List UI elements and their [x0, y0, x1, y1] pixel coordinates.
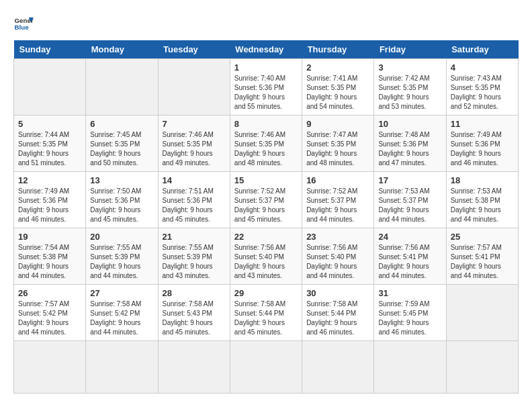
day-info: Sunrise: 7:48 AM Sunset: 5:36 PM Dayligh… [378, 130, 441, 168]
calendar-cell: 16Sunrise: 7:52 AM Sunset: 5:37 PM Dayli… [302, 172, 374, 228]
day-info: Sunrise: 7:58 AM Sunset: 5:44 PM Dayligh… [234, 300, 298, 337]
day-number: 25 [451, 232, 514, 242]
calendar-cell [86, 341, 158, 394]
day-info: Sunrise: 7:52 AM Sunset: 5:37 PM Dayligh… [234, 187, 298, 224]
calendar-cell [302, 341, 374, 394]
logo-icon: General Blue [13, 13, 34, 34]
calendar-cell: 31Sunrise: 7:59 AM Sunset: 5:45 PM Dayli… [374, 285, 446, 341]
svg-text:Blue: Blue [15, 24, 30, 31]
calendar-cell: 11Sunrise: 7:49 AM Sunset: 5:36 PM Dayli… [446, 116, 518, 172]
day-number: 31 [378, 288, 441, 298]
day-number: 5 [18, 119, 81, 129]
calendar-cell [86, 59, 158, 116]
calendar-cell: 26Sunrise: 7:57 AM Sunset: 5:42 PM Dayli… [14, 285, 86, 341]
day-info: Sunrise: 7:57 AM Sunset: 5:42 PM Dayligh… [18, 300, 81, 337]
day-number: 13 [90, 175, 153, 185]
calendar-row: 5Sunrise: 7:44 AM Sunset: 5:35 PM Daylig… [14, 116, 519, 172]
calendar-row [14, 341, 519, 394]
calendar-cell: 1Sunrise: 7:40 AM Sunset: 5:36 PM Daylig… [230, 59, 302, 116]
page-header: General Blue [13, 13, 519, 34]
day-info: Sunrise: 7:51 AM Sunset: 5:36 PM Dayligh… [163, 187, 226, 224]
day-info: Sunrise: 7:42 AM Sunset: 5:35 PM Dayligh… [378, 74, 441, 111]
day-info: Sunrise: 7:59 AM Sunset: 5:45 PM Dayligh… [378, 300, 441, 337]
day-number: 8 [234, 119, 298, 129]
day-info: Sunrise: 7:49 AM Sunset: 5:36 PM Dayligh… [451, 130, 514, 168]
calendar-cell: 4Sunrise: 7:43 AM Sunset: 5:35 PM Daylig… [446, 59, 518, 116]
weekday-header-tuesday: Tuesday [158, 40, 230, 59]
calendar-cell: 29Sunrise: 7:58 AM Sunset: 5:44 PM Dayli… [230, 285, 302, 341]
day-info: Sunrise: 7:40 AM Sunset: 5:36 PM Dayligh… [234, 74, 298, 111]
calendar-cell [14, 59, 86, 116]
calendar-cell: 24Sunrise: 7:56 AM Sunset: 5:41 PM Dayli… [374, 228, 446, 285]
day-number: 23 [306, 232, 369, 242]
day-info: Sunrise: 7:55 AM Sunset: 5:39 PM Dayligh… [163, 243, 226, 281]
calendar-cell: 14Sunrise: 7:51 AM Sunset: 5:36 PM Dayli… [158, 172, 230, 228]
calendar-cell: 7Sunrise: 7:46 AM Sunset: 5:35 PM Daylig… [158, 116, 230, 172]
day-number: 18 [451, 175, 514, 185]
calendar-header-row: SundayMondayTuesdayWednesdayThursdayFrid… [14, 40, 519, 59]
day-number: 7 [163, 119, 226, 129]
calendar-cell: 30Sunrise: 7:58 AM Sunset: 5:44 PM Dayli… [302, 285, 374, 341]
day-number: 9 [306, 119, 369, 129]
day-number: 16 [306, 175, 369, 185]
calendar-cell: 12Sunrise: 7:49 AM Sunset: 5:36 PM Dayli… [14, 172, 86, 228]
day-number: 3 [378, 62, 441, 73]
weekday-header-thursday: Thursday [302, 40, 374, 59]
day-number: 21 [163, 232, 226, 242]
calendar-body: 1Sunrise: 7:40 AM Sunset: 5:36 PM Daylig… [14, 59, 519, 394]
weekday-header-sunday: Sunday [14, 40, 86, 59]
calendar-table: SundayMondayTuesdayWednesdayThursdayFrid… [13, 40, 519, 394]
weekday-header-wednesday: Wednesday [230, 40, 302, 59]
day-info: Sunrise: 7:50 AM Sunset: 5:36 PM Dayligh… [90, 187, 153, 224]
day-info: Sunrise: 7:45 AM Sunset: 5:35 PM Dayligh… [90, 130, 153, 168]
day-number: 19 [18, 232, 81, 242]
day-info: Sunrise: 7:58 AM Sunset: 5:43 PM Dayligh… [163, 300, 226, 337]
day-number: 22 [234, 232, 298, 242]
day-info: Sunrise: 7:53 AM Sunset: 5:37 PM Dayligh… [378, 187, 441, 224]
day-number: 26 [18, 288, 81, 298]
day-number: 14 [163, 175, 226, 185]
day-number: 10 [378, 119, 441, 129]
day-number: 12 [18, 175, 81, 185]
calendar-cell: 5Sunrise: 7:44 AM Sunset: 5:35 PM Daylig… [14, 116, 86, 172]
weekday-header-monday: Monday [86, 40, 158, 59]
calendar-cell: 21Sunrise: 7:55 AM Sunset: 5:39 PM Dayli… [158, 228, 230, 285]
day-info: Sunrise: 7:56 AM Sunset: 5:40 PM Dayligh… [234, 243, 298, 281]
calendar-cell: 25Sunrise: 7:57 AM Sunset: 5:41 PM Dayli… [446, 228, 518, 285]
day-info: Sunrise: 7:55 AM Sunset: 5:39 PM Dayligh… [90, 243, 153, 281]
calendar-cell: 28Sunrise: 7:58 AM Sunset: 5:43 PM Dayli… [158, 285, 230, 341]
calendar-cell: 8Sunrise: 7:46 AM Sunset: 5:35 PM Daylig… [230, 116, 302, 172]
calendar-cell: 18Sunrise: 7:53 AM Sunset: 5:38 PM Dayli… [446, 172, 518, 228]
calendar-row: 12Sunrise: 7:49 AM Sunset: 5:36 PM Dayli… [14, 172, 519, 228]
day-info: Sunrise: 7:57 AM Sunset: 5:41 PM Dayligh… [451, 243, 514, 281]
day-number: 11 [451, 119, 514, 129]
calendar-row: 19Sunrise: 7:54 AM Sunset: 5:38 PM Dayli… [14, 228, 519, 285]
day-number: 4 [451, 62, 514, 73]
day-number: 20 [90, 232, 153, 242]
calendar-cell [446, 285, 518, 341]
calendar-cell: 9Sunrise: 7:47 AM Sunset: 5:35 PM Daylig… [302, 116, 374, 172]
calendar-cell [230, 341, 302, 394]
calendar-cell [14, 341, 86, 394]
calendar-cell: 10Sunrise: 7:48 AM Sunset: 5:36 PM Dayli… [374, 116, 446, 172]
calendar-row: 26Sunrise: 7:57 AM Sunset: 5:42 PM Dayli… [14, 285, 519, 341]
calendar-row: 1Sunrise: 7:40 AM Sunset: 5:36 PM Daylig… [14, 59, 519, 116]
calendar-cell: 3Sunrise: 7:42 AM Sunset: 5:35 PM Daylig… [374, 59, 446, 116]
calendar-cell: 22Sunrise: 7:56 AM Sunset: 5:40 PM Dayli… [230, 228, 302, 285]
weekday-header-saturday: Saturday [446, 40, 518, 59]
day-number: 29 [234, 288, 298, 298]
calendar-cell: 6Sunrise: 7:45 AM Sunset: 5:35 PM Daylig… [86, 116, 158, 172]
day-info: Sunrise: 7:56 AM Sunset: 5:40 PM Dayligh… [306, 243, 369, 281]
day-info: Sunrise: 7:41 AM Sunset: 5:35 PM Dayligh… [306, 74, 369, 111]
weekday-header-friday: Friday [374, 40, 446, 59]
day-info: Sunrise: 7:44 AM Sunset: 5:35 PM Dayligh… [18, 130, 81, 168]
day-info: Sunrise: 7:47 AM Sunset: 5:35 PM Dayligh… [306, 130, 369, 168]
day-info: Sunrise: 7:46 AM Sunset: 5:35 PM Dayligh… [163, 130, 226, 168]
calendar-cell [158, 59, 230, 116]
logo: General Blue [13, 13, 34, 34]
calendar-cell [158, 341, 230, 394]
calendar-cell: 19Sunrise: 7:54 AM Sunset: 5:38 PM Dayli… [14, 228, 86, 285]
day-info: Sunrise: 7:43 AM Sunset: 5:35 PM Dayligh… [451, 74, 514, 111]
calendar-cell: 15Sunrise: 7:52 AM Sunset: 5:37 PM Dayli… [230, 172, 302, 228]
day-info: Sunrise: 7:49 AM Sunset: 5:36 PM Dayligh… [18, 187, 81, 224]
